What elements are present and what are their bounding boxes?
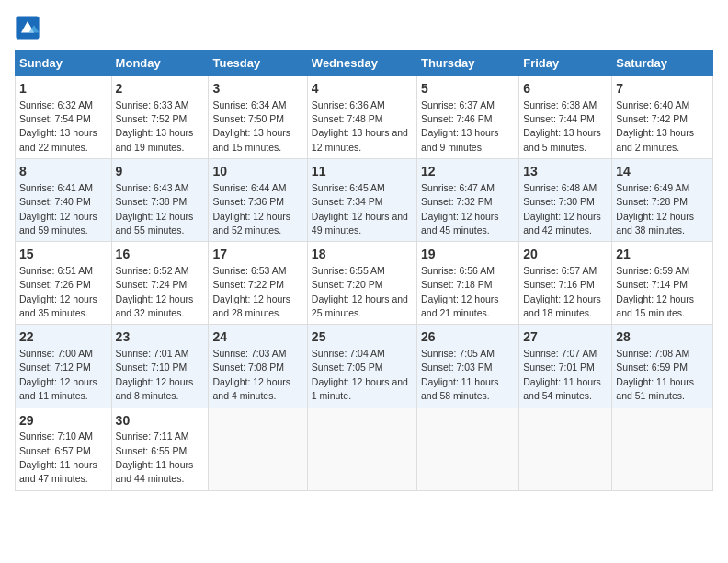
calendar-cell: 7Sunrise: 6:40 AMSunset: 7:42 PMDaylight… — [612, 76, 713, 159]
day-number: 5 — [421, 80, 515, 98]
day-number: 8 — [19, 163, 108, 181]
calendar-week-row: 8Sunrise: 6:41 AMSunset: 7:40 PMDaylight… — [16, 159, 713, 242]
header-sunday: Sunday — [16, 51, 112, 76]
day-number: 25 — [312, 328, 413, 347]
day-number: 2 — [116, 80, 205, 98]
day-detail: Sunrise: 6:34 AMSunset: 7:50 PMDaylight:… — [212, 99, 290, 153]
day-detail: Sunrise: 6:43 AMSunset: 7:38 PMDaylight:… — [116, 182, 194, 236]
day-detail: Sunrise: 7:03 AMSunset: 7:08 PMDaylight:… — [212, 348, 290, 401]
day-number: 18 — [312, 246, 413, 264]
day-number: 24 — [212, 328, 302, 347]
header-thursday: Thursday — [416, 51, 518, 76]
day-detail: Sunrise: 7:01 AMSunset: 7:10 PMDaylight:… — [116, 348, 194, 401]
page-header — [15, 15, 713, 40]
day-number: 22 — [19, 328, 108, 347]
day-number: 29 — [19, 412, 108, 431]
day-number: 14 — [616, 163, 709, 181]
calendar-cell: 25Sunrise: 7:04 AMSunset: 7:05 PMDayligh… — [307, 325, 416, 408]
day-number: 28 — [616, 328, 709, 347]
header-saturday: Saturday — [612, 51, 713, 76]
day-detail: Sunrise: 6:36 AMSunset: 7:48 PMDaylight:… — [312, 99, 408, 153]
day-number: 21 — [616, 246, 709, 264]
calendar-cell: 14Sunrise: 6:49 AMSunset: 7:28 PMDayligh… — [612, 159, 713, 242]
day-detail: Sunrise: 6:59 AMSunset: 7:14 PMDaylight:… — [616, 265, 694, 318]
day-number: 15 — [19, 246, 108, 264]
calendar-header-row: SundayMondayTuesdayWednesdayThursdayFrid… — [16, 51, 713, 76]
day-number: 23 — [116, 328, 205, 347]
day-detail: Sunrise: 6:53 AMSunset: 7:22 PMDaylight:… — [212, 265, 290, 318]
day-detail: Sunrise: 6:52 AMSunset: 7:24 PMDaylight:… — [116, 265, 194, 318]
calendar-cell: 12Sunrise: 6:47 AMSunset: 7:32 PMDayligh… — [416, 159, 518, 242]
logo — [15, 15, 44, 40]
calendar-cell — [209, 408, 307, 490]
calendar-cell: 11Sunrise: 6:45 AMSunset: 7:34 PMDayligh… — [307, 159, 416, 242]
day-number: 1 — [19, 80, 108, 98]
day-detail: Sunrise: 7:00 AMSunset: 7:12 PMDaylight:… — [19, 348, 97, 401]
day-detail: Sunrise: 6:55 AMSunset: 7:20 PMDaylight:… — [312, 265, 408, 318]
day-number: 16 — [116, 246, 205, 264]
calendar-cell — [307, 408, 416, 490]
header-wednesday: Wednesday — [307, 51, 416, 76]
day-detail: Sunrise: 6:45 AMSunset: 7:34 PMDaylight:… — [312, 182, 408, 236]
calendar-week-row: 29Sunrise: 7:10 AMSunset: 6:57 PMDayligh… — [16, 408, 713, 490]
day-detail: Sunrise: 6:37 AMSunset: 7:46 PMDaylight:… — [421, 99, 499, 153]
calendar-cell: 15Sunrise: 6:51 AMSunset: 7:26 PMDayligh… — [16, 242, 112, 325]
header-monday: Monday — [111, 51, 209, 76]
day-detail: Sunrise: 6:48 AMSunset: 7:30 PMDaylight:… — [523, 182, 601, 236]
calendar-cell: 30Sunrise: 7:11 AMSunset: 6:55 PMDayligh… — [111, 408, 209, 490]
calendar-week-row: 15Sunrise: 6:51 AMSunset: 7:26 PMDayligh… — [16, 242, 713, 325]
day-detail: Sunrise: 7:10 AMSunset: 6:57 PMDaylight:… — [19, 431, 97, 484]
calendar-table: SundayMondayTuesdayWednesdayThursdayFrid… — [15, 50, 713, 491]
day-detail: Sunrise: 6:44 AMSunset: 7:36 PMDaylight:… — [212, 182, 290, 236]
calendar-cell: 6Sunrise: 6:38 AMSunset: 7:44 PMDaylight… — [519, 76, 612, 159]
calendar-cell: 19Sunrise: 6:56 AMSunset: 7:18 PMDayligh… — [416, 242, 518, 325]
day-number: 19 — [421, 246, 515, 264]
calendar-cell — [416, 408, 518, 490]
calendar-cell: 3Sunrise: 6:34 AMSunset: 7:50 PMDaylight… — [209, 76, 307, 159]
header-friday: Friday — [519, 51, 612, 76]
day-detail: Sunrise: 7:08 AMSunset: 6:59 PMDaylight:… — [616, 348, 694, 401]
day-detail: Sunrise: 6:56 AMSunset: 7:18 PMDaylight:… — [421, 265, 499, 318]
calendar-week-row: 22Sunrise: 7:00 AMSunset: 7:12 PMDayligh… — [16, 325, 713, 408]
day-number: 6 — [523, 80, 608, 98]
calendar-cell: 20Sunrise: 6:57 AMSunset: 7:16 PMDayligh… — [519, 242, 612, 325]
calendar-cell: 23Sunrise: 7:01 AMSunset: 7:10 PMDayligh… — [111, 325, 209, 408]
calendar-cell: 2Sunrise: 6:33 AMSunset: 7:52 PMDaylight… — [111, 76, 209, 159]
calendar-cell: 21Sunrise: 6:59 AMSunset: 7:14 PMDayligh… — [612, 242, 713, 325]
calendar-week-row: 1Sunrise: 6:32 AMSunset: 7:54 PMDaylight… — [16, 76, 713, 159]
day-detail: Sunrise: 7:04 AMSunset: 7:05 PMDaylight:… — [312, 348, 408, 401]
day-number: 27 — [523, 328, 608, 347]
day-detail: Sunrise: 6:32 AMSunset: 7:54 PMDaylight:… — [19, 99, 97, 153]
day-number: 13 — [523, 163, 608, 181]
calendar-cell: 24Sunrise: 7:03 AMSunset: 7:08 PMDayligh… — [209, 325, 307, 408]
day-number: 9 — [116, 163, 205, 181]
day-detail: Sunrise: 6:57 AMSunset: 7:16 PMDaylight:… — [523, 265, 601, 318]
calendar-cell: 13Sunrise: 6:48 AMSunset: 7:30 PMDayligh… — [519, 159, 612, 242]
calendar-cell: 29Sunrise: 7:10 AMSunset: 6:57 PMDayligh… — [16, 408, 112, 490]
day-detail: Sunrise: 6:49 AMSunset: 7:28 PMDaylight:… — [616, 182, 694, 236]
day-detail: Sunrise: 6:38 AMSunset: 7:44 PMDaylight:… — [523, 99, 601, 153]
day-number: 20 — [523, 246, 608, 264]
calendar-cell: 1Sunrise: 6:32 AMSunset: 7:54 PMDaylight… — [16, 76, 112, 159]
calendar-cell: 5Sunrise: 6:37 AMSunset: 7:46 PMDaylight… — [416, 76, 518, 159]
day-number: 7 — [616, 80, 709, 98]
day-number: 11 — [312, 163, 413, 181]
day-number: 17 — [212, 246, 302, 264]
day-number: 12 — [421, 163, 515, 181]
day-detail: Sunrise: 6:47 AMSunset: 7:32 PMDaylight:… — [421, 182, 499, 236]
calendar-cell: 26Sunrise: 7:05 AMSunset: 7:03 PMDayligh… — [416, 325, 518, 408]
day-number: 26 — [421, 328, 515, 347]
calendar-cell: 18Sunrise: 6:55 AMSunset: 7:20 PMDayligh… — [307, 242, 416, 325]
day-detail: Sunrise: 7:07 AMSunset: 7:01 PMDaylight:… — [523, 348, 601, 401]
calendar-cell — [612, 408, 713, 490]
day-number: 30 — [116, 412, 205, 431]
calendar-cell: 16Sunrise: 6:52 AMSunset: 7:24 PMDayligh… — [111, 242, 209, 325]
calendar-cell: 27Sunrise: 7:07 AMSunset: 7:01 PMDayligh… — [519, 325, 612, 408]
calendar-cell: 10Sunrise: 6:44 AMSunset: 7:36 PMDayligh… — [209, 159, 307, 242]
day-number: 4 — [312, 80, 413, 98]
day-detail: Sunrise: 7:05 AMSunset: 7:03 PMDaylight:… — [421, 348, 499, 401]
day-detail: Sunrise: 7:11 AMSunset: 6:55 PMDaylight:… — [116, 431, 194, 484]
day-detail: Sunrise: 6:33 AMSunset: 7:52 PMDaylight:… — [116, 99, 194, 153]
calendar-cell: 4Sunrise: 6:36 AMSunset: 7:48 PMDaylight… — [307, 76, 416, 159]
logo-icon — [15, 15, 40, 40]
